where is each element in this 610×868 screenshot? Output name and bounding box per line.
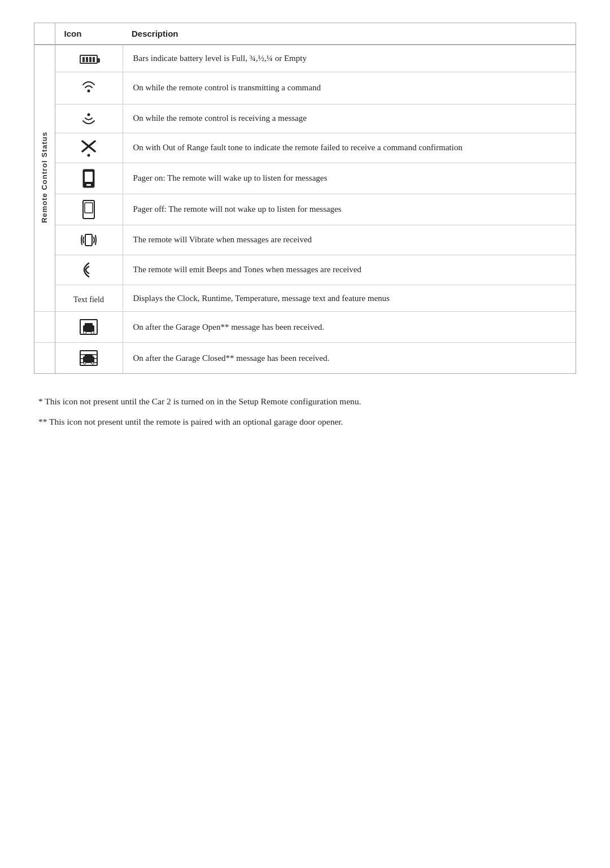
- beep-icon: [60, 261, 118, 279]
- table-row: The remote will emit Beeps and Tones whe…: [34, 255, 576, 285]
- out-of-range-desc: On with Out of Range fault tone to indic…: [123, 133, 576, 163]
- battery-icon: [80, 51, 98, 65]
- svg-rect-7: [86, 184, 91, 186]
- garage-open-icon-cell: [55, 312, 123, 343]
- svg-point-4: [88, 154, 90, 156]
- pager-on-icon: [60, 169, 118, 188]
- beep-desc: The remote will emit Beeps and Tones whe…: [123, 255, 576, 285]
- table-row: Pager off: The remote will not wake up t…: [34, 194, 576, 225]
- footnotes: * This icon not present until the Car 2 …: [34, 394, 576, 434]
- transmit-icon: [80, 78, 98, 95]
- battery-icon-cell: [55, 45, 123, 72]
- icon-table: Icon Description Remote Control Status: [34, 23, 576, 373]
- vibrate-icon-cell: [55, 225, 123, 255]
- footnote-1: * This icon not present until the Car 2 …: [38, 394, 572, 409]
- table-row: Text field Displays the Clock, Runtime, …: [34, 285, 576, 312]
- vibrate-icon: [60, 231, 118, 249]
- receive-icon-cell: [55, 104, 123, 133]
- garage-open-desc: On after the Garage Open** message has b…: [123, 312, 576, 343]
- pager-off-desc: Pager off: The remote will not wake up t…: [123, 194, 576, 225]
- svg-rect-6: [85, 172, 93, 182]
- svg-rect-15: [85, 323, 93, 328]
- table-row: On while the remote control is transmitt…: [34, 72, 576, 104]
- pager-on-icon-cell: [55, 163, 123, 194]
- pager-off-icon-cell: [55, 194, 123, 225]
- out-of-range-icon-cell: [55, 133, 123, 163]
- col-icon-header: Icon: [55, 23, 123, 45]
- svg-point-1: [88, 113, 90, 116]
- table-row: Remote Control Status: [34, 45, 576, 72]
- icon-table-wrapper: Icon Description Remote Control Status: [34, 23, 576, 374]
- svg-point-16: [84, 332, 86, 334]
- table-row: On after the Garage Open** message has b…: [34, 312, 576, 343]
- svg-point-25: [91, 362, 94, 364]
- col-desc-header: Description: [123, 23, 576, 45]
- garage-open-icon: [60, 317, 118, 337]
- transmit-icon-cell: [55, 72, 123, 104]
- garage-closed-desc: On after the Garage Closed** message has…: [123, 343, 576, 374]
- pager-on-desc: Pager on: The remote will wake up to lis…: [123, 163, 576, 194]
- textfield-label: Text field: [73, 295, 104, 304]
- battery-desc: Bars indicate battery level is Full, ¾,½…: [123, 45, 576, 72]
- beep-icon-cell: [55, 255, 123, 285]
- table-row: On after the Garage Closed** message has…: [34, 343, 576, 374]
- out-of-range-icon: [60, 139, 118, 157]
- table-row: On while the remote control is receiving…: [34, 104, 576, 133]
- table-row: Pager on: The remote will wake up to lis…: [34, 163, 576, 194]
- svg-point-17: [91, 332, 94, 334]
- table-row: The remote will Vibrate when messages ar…: [34, 225, 576, 255]
- svg-rect-9: [85, 203, 93, 213]
- receive-desc: On while the remote control is receiving…: [123, 104, 576, 133]
- pager-off-icon: [60, 200, 118, 219]
- textfield-icon-cell: Text field: [55, 285, 123, 312]
- svg-rect-23: [85, 354, 93, 358]
- page: Icon Description Remote Control Status: [34, 23, 576, 868]
- svg-rect-10: [85, 234, 92, 246]
- receive-icon: [60, 110, 118, 127]
- svg-point-0: [88, 89, 90, 92]
- svg-point-24: [84, 362, 86, 364]
- garage-closed-icon-cell: [55, 343, 123, 374]
- page-footer: 10 © 2011 Directed Electronics. All righ…: [34, 865, 576, 868]
- footnote-2: ** This icon not present until the remot…: [38, 415, 572, 429]
- garage-closed-icon: [60, 348, 118, 368]
- vibrate-desc: The remote will Vibrate when messages ar…: [123, 225, 576, 255]
- table-row: On with Out of Range fault tone to indic…: [34, 133, 576, 163]
- transmit-desc: On while the remote control is transmitt…: [123, 72, 576, 104]
- textfield-desc: Displays the Clock, Runtime, Temperature…: [123, 285, 576, 312]
- section-label: Remote Control Status: [40, 132, 49, 223]
